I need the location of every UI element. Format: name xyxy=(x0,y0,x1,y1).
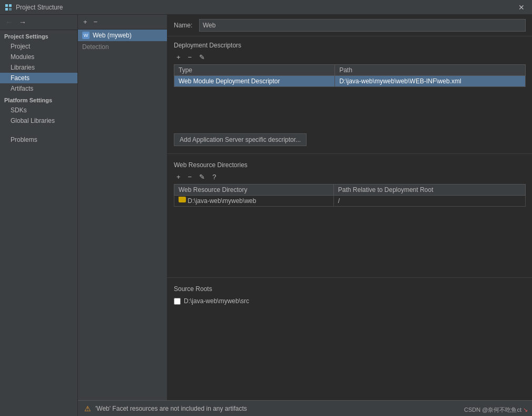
name-label: Name: xyxy=(174,22,195,29)
divider-1 xyxy=(168,153,532,154)
warning-bar: ⚠ 'Web' Facet resources are not included… xyxy=(78,400,532,416)
warning-icon: ⚠ xyxy=(84,404,91,413)
svg-rect-1 xyxy=(9,4,12,7)
source-roots-title: Source Roots xyxy=(174,285,526,293)
dd-remove-button[interactable]: − xyxy=(185,52,195,62)
wrd-edit-button[interactable]: ✎ xyxy=(196,172,208,182)
svg-rect-3 xyxy=(9,8,12,11)
title-bar-text: Project Structure xyxy=(16,4,515,11)
table-row[interactable]: Web Module Deployment Descriptor D:\java… xyxy=(174,76,526,87)
nav-item-artifacts[interactable]: Artifacts xyxy=(0,83,77,94)
deployment-descriptors-title: Deployment Descriptors xyxy=(174,42,526,49)
middle-remove-button[interactable]: − xyxy=(92,17,100,27)
web-resource-table: Web Resource Directory Path Relative to … xyxy=(174,184,526,207)
dd-add-button[interactable]: + xyxy=(174,52,183,62)
wrd-help-button[interactable]: ? xyxy=(210,172,219,182)
title-bar: Project Structure ✕ xyxy=(0,0,532,15)
main-layout: ← → Project Settings Project Modules Lib… xyxy=(0,15,532,416)
dd-path-header: Path xyxy=(335,65,526,76)
wrd-dir-header: Web Resource Directory xyxy=(174,185,334,196)
source-root-item: D:\java-web\myweb\src xyxy=(174,296,526,306)
warning-message: 'Web' Facet resources are not included i… xyxy=(95,405,247,412)
nav-back-button[interactable]: ← xyxy=(3,17,15,27)
dd-type-cell: Web Module Deployment Descriptor xyxy=(174,76,335,87)
web-resource-directories-section: Web Resource Directories + − ✎ ? Web Res… xyxy=(168,156,532,275)
nav-item-project[interactable]: Project xyxy=(0,41,77,52)
deployment-descriptors-section: Deployment Descriptors + − ✎ Type Path W… xyxy=(168,36,532,151)
close-button[interactable]: ✕ xyxy=(515,2,528,13)
nav-item-libraries[interactable]: Libraries xyxy=(0,62,77,73)
platform-settings-header: Platform Settings xyxy=(0,94,77,105)
middle-add-button[interactable]: + xyxy=(81,17,90,27)
add-server-descriptor-button[interactable]: Add Application Server specific descript… xyxy=(174,133,307,146)
detection-label: Detection xyxy=(78,41,167,53)
wrd-path-cell: / xyxy=(333,196,525,207)
nav-item-global-libraries[interactable]: Global Libraries xyxy=(0,115,77,126)
deployment-table: Type Path Web Module Deployment Descript… xyxy=(174,64,526,87)
nav-item-sdks[interactable]: SDKs xyxy=(0,105,77,115)
source-root-label: D:\java-web\myweb\src xyxy=(184,297,249,305)
wrd-dir-cell: D:\java-web\myweb\web xyxy=(174,196,334,207)
dd-edit-button[interactable]: ✎ xyxy=(196,52,208,62)
source-root-checkbox[interactable] xyxy=(174,298,181,305)
source-roots-section: Source Roots D:\java-web\myweb\src xyxy=(168,280,532,327)
middle-toolbar: + − xyxy=(78,15,167,30)
table-row[interactable]: D:\java-web\myweb\web / xyxy=(174,196,526,207)
folder-icon xyxy=(179,197,186,202)
name-input[interactable] xyxy=(199,19,526,32)
middle-panel: + − W Web (myweb) Detection xyxy=(78,15,168,416)
nav-item-problems[interactable]: Problems xyxy=(0,134,77,145)
svg-rect-0 xyxy=(5,4,8,7)
web-myweb-label: Web (myweb) xyxy=(93,32,132,39)
nav-item-facets[interactable]: Facets xyxy=(0,73,77,83)
name-row: Name: xyxy=(168,15,532,36)
divider-2 xyxy=(168,277,532,278)
dd-type-header: Type xyxy=(174,65,335,76)
wrd-remove-button[interactable]: − xyxy=(185,172,195,182)
project-settings-header: Project Settings xyxy=(0,30,77,41)
nav-forward-button[interactable]: → xyxy=(17,17,28,27)
wrd-toolbar: + − ✎ ? xyxy=(174,172,526,182)
nav-item-modules[interactable]: Modules xyxy=(0,52,77,62)
wrd-add-button[interactable]: + xyxy=(174,172,183,182)
wrd-path-header: Path Relative to Deployment Root xyxy=(333,185,525,196)
web-myweb-item[interactable]: W Web (myweb) xyxy=(78,30,167,41)
dd-path-cell: D:\java-web\myweb\web\WEB-INF\web.xml xyxy=(335,76,526,87)
web-resource-directories-title: Web Resource Directories xyxy=(174,161,526,169)
left-panel: ← → Project Settings Project Modules Lib… xyxy=(0,15,78,416)
right-panel: Name: Deployment Descriptors + − ✎ Type … xyxy=(168,15,532,416)
web-icon: W xyxy=(82,32,90,39)
deployment-toolbar: + − ✎ xyxy=(174,52,526,62)
svg-rect-2 xyxy=(5,8,8,11)
nav-buttons: ← → xyxy=(0,15,77,30)
app-icon xyxy=(4,3,13,12)
